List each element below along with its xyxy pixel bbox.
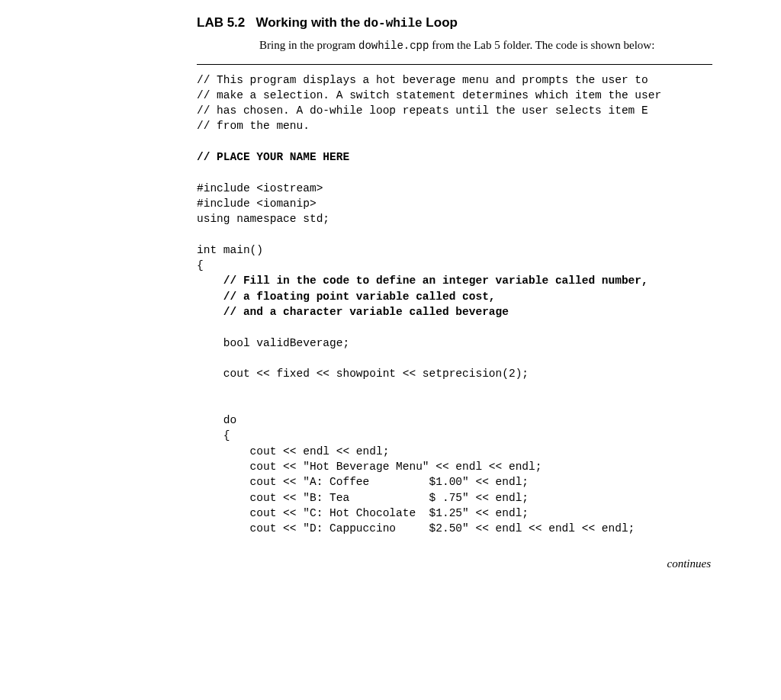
code-line: cout << fixed << showpoint << setprecisi… — [197, 368, 529, 380]
code-line: #include <iostream> — [197, 182, 323, 194]
code-line: cout << "Hot Beverage Menu" << endl << e… — [197, 461, 542, 473]
lab-title-after: Loop — [423, 15, 458, 30]
code-line: cout << "D: Cappuccino $2.50" << endl <<… — [197, 522, 635, 535]
code-line: { — [197, 259, 204, 271]
code-line: using namespace std; — [197, 213, 329, 225]
code-line: cout << "C: Hot Chocolate $1.25" << endl… — [197, 507, 529, 519]
code-line-bold: // a floating point variable called cost… — [197, 291, 496, 303]
code-line: cout << "A: Coffee $1.00" << endl; — [197, 476, 529, 488]
intro-part2: from the Lab 5 folder. The code is shown… — [429, 39, 654, 51]
code-line: bool validBeverage; — [197, 337, 349, 349]
horizontal-rule — [197, 64, 712, 65]
lab-title-before: Working with the — [256, 15, 363, 30]
lab-heading: LAB 5.2 Working with the do-while Loop — [197, 15, 712, 31]
code-line: // make a selection. A switch statement … — [197, 89, 661, 101]
code-line: // from the menu. — [197, 120, 310, 132]
document-page: LAB 5.2 Working with the do-while Loop B… — [0, 0, 781, 700]
intro-filename: dowhile.cpp — [358, 40, 429, 52]
lab-title-code: do-while — [364, 17, 423, 31]
code-block: // This program displays a hot beverage … — [197, 72, 712, 537]
code-line: #include <iomanip> — [197, 197, 317, 210]
code-line: // has chosen. A do-while loop repeats u… — [197, 104, 648, 117]
code-line: cout << "B: Tea $ .75" << endl; — [197, 492, 529, 504]
code-line: { — [197, 429, 230, 442]
intro-paragraph: Bring in the program dowhile.cpp from th… — [259, 38, 712, 53]
code-line: do — [197, 414, 236, 426]
code-line-bold: // Fill in the code to define an integer… — [197, 275, 648, 287]
continues-label: continues — [197, 557, 712, 570]
code-line: cout << endl << endl; — [197, 445, 389, 458]
code-line: // This program displays a hot beverage … — [197, 74, 648, 86]
code-line-bold: // PLACE YOUR NAME HERE — [197, 151, 349, 163]
code-line-bold: // and a character variable called bever… — [197, 306, 509, 318]
intro-part1: Bring in the program — [259, 39, 358, 51]
code-line: int main() — [197, 244, 263, 256]
lab-number: LAB 5.2 — [197, 15, 245, 30]
